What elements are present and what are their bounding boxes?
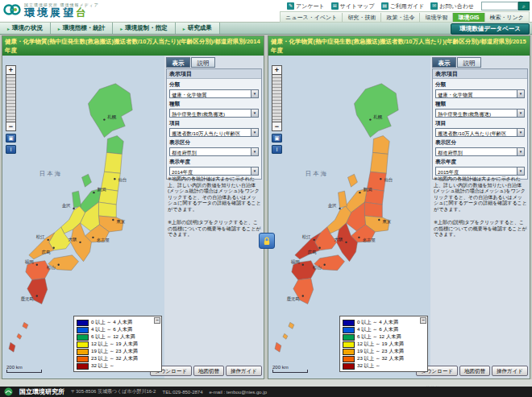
field-value: 搬送者数/10万人当たり(年齢区	[438, 130, 516, 137]
region-kanto-north[interactable]	[364, 202, 382, 217]
city-dot	[112, 219, 114, 221]
map-usage-note: ※地図内の各統計値は大まかに示された上、詳しい内訳の数値を知りたい自治体(メッシ…	[168, 176, 261, 213]
zoom-out-button[interactable]: −	[272, 122, 282, 131]
item-select[interactable]: 搬送者数/10万人当たり(年齢区▼	[169, 128, 259, 137]
division-select[interactable]: 都道府県別▼	[169, 147, 259, 156]
nav-env-gis[interactable]: 環境GIS	[452, 13, 484, 22]
field-label-division: 表示区分	[435, 139, 527, 147]
city-dot	[369, 118, 371, 120]
operation-guide-button[interactable]: 操作ガイド	[226, 366, 262, 376]
binoculars-logo-icon	[3, 2, 21, 19]
tab-label: 環境規制・指定	[125, 24, 168, 32]
region-sado[interactable]	[82, 174, 92, 187]
region-okinawa-island[interactable]	[23, 322, 28, 329]
type-select[interactable]: 熱中症発生数(救急搬送)▼	[169, 109, 259, 118]
region-okinawa-island[interactable]	[283, 333, 288, 339]
region-okinawa-island[interactable]	[275, 342, 281, 352]
type-select[interactable]: 熱中症発生数(救急搬送)▼	[435, 109, 525, 118]
region-noto[interactable]	[339, 191, 347, 208]
full-extent-button[interactable]: ▣	[6, 134, 16, 143]
city-label: 福岡	[25, 259, 34, 265]
search-input[interactable]	[481, 2, 518, 10]
chevron-down-icon: ▼	[517, 90, 524, 97]
year-select[interactable]: 2014年度▼	[169, 167, 259, 176]
field-label-type: 種類	[435, 101, 527, 108]
field-value: 2014年度	[172, 168, 250, 176]
region-kanto-north[interactable]	[98, 202, 116, 217]
footer-org-link[interactable]: 国立環境研究所	[19, 387, 64, 396]
region-sado[interactable]	[348, 174, 358, 187]
item-select[interactable]: 搬送者数/10万人当たり(年齢区▼	[435, 128, 525, 137]
region-iwate-akita[interactable]	[370, 152, 388, 173]
zoom-slider[interactable]	[6, 75, 16, 122]
operation-guide-button[interactable]: 操作ガイド	[492, 366, 528, 376]
utility-link-guide[interactable]: ▤ご利用ガイド	[381, 2, 425, 10]
map-panel-2015: 健康・化学物質(熱中症発生数(救急搬送)搬送者数/10万人当たり)(年齢区分別)…	[268, 35, 530, 379]
panel-title: 健康・化学物質(熱中症発生数(救急搬送)搬送者数/10万人当たり)(年齢区分別)…	[268, 36, 530, 56]
tab-description[interactable]: 説明	[191, 57, 215, 68]
division-select[interactable]: 都道府県別▼	[435, 147, 525, 156]
region-hokkaido[interactable]	[88, 84, 132, 138]
nav-learning[interactable]: 環境学習	[419, 13, 452, 22]
tab-description[interactable]: 説明	[457, 57, 481, 68]
city-dot	[114, 178, 115, 180]
prefooter: 著作権・リンク プライバシーポリシー	[0, 379, 532, 387]
region-iwate-akita[interactable]	[104, 152, 122, 173]
panel-buttons: ダウンロード 地図切替 操作ガイド	[416, 366, 528, 376]
legend-collapse-button[interactable]: −	[154, 317, 160, 324]
region-okinawa-island[interactable]	[289, 322, 294, 329]
category-select[interactable]: 健康・化学物質▼	[435, 89, 525, 98]
site-logo[interactable]: 国立環境研究所 環境情報メディア 環境展望台	[3, 2, 99, 19]
city-label: 松江	[36, 234, 45, 240]
zoom-slider[interactable]	[272, 75, 282, 122]
tab-display[interactable]: 表示	[432, 57, 456, 68]
legend-row: 32 以上 ～	[77, 362, 160, 370]
tab-env-statistics[interactable]: ▸環境指標・統計	[51, 23, 114, 34]
nav-news[interactable]: ニュース・イベント	[281, 13, 342, 22]
nav-links[interactable]: 検索・リンク	[484, 13, 530, 22]
city-dot	[92, 237, 94, 238]
scale-bar: 200 km	[6, 365, 42, 373]
info-tool-button[interactable]: i	[6, 145, 16, 154]
region-aomori[interactable]	[106, 136, 123, 155]
search-icon: ⌕	[522, 3, 526, 9]
nav-research[interactable]: 研究・技術	[342, 13, 380, 22]
region-okinawa-island[interactable]	[17, 333, 22, 339]
footer-email[interactable]: e-mail : tenbou@nies.go.jp	[210, 390, 267, 395]
info-tool-button[interactable]: i	[272, 145, 282, 154]
category-select[interactable]: 健康・化学物質▼	[169, 89, 259, 98]
triangle-icon: ▸	[120, 26, 123, 31]
tab-env-regulation[interactable]: ▸環境規制・指定	[113, 23, 176, 34]
env-database-button[interactable]: 環境数値データベース	[451, 23, 530, 35]
year-select[interactable]: 2015年度▼	[435, 167, 525, 176]
tab-research-results[interactable]: ▸研究成果	[176, 23, 220, 34]
legend-row: 12 以上 ～ 19 人未満	[343, 341, 426, 348]
region-noto[interactable]	[73, 191, 81, 208]
tab-display[interactable]: 表示	[166, 57, 190, 68]
map-switch-button[interactable]: 地図切替	[193, 366, 224, 376]
region-hokkaido[interactable]	[354, 84, 398, 138]
tab-label: 環境の状況	[12, 24, 43, 32]
full-extent-button[interactable]: ▣	[272, 134, 282, 143]
city-label: 広島	[307, 250, 317, 255]
utility-link-sitemap[interactable]: ⊞サイトマップ	[331, 2, 375, 10]
zoom-in-button[interactable]: +	[272, 65, 282, 75]
tab-env-status[interactable]: ▸環境の状況	[0, 23, 51, 34]
site-header: 国立環境研究所 環境情報メディア 環境展望台 ✎アンケート ⊞サイトマップ ▤ご…	[0, 0, 532, 23]
nav-policy[interactable]: 政策・法令	[380, 13, 419, 22]
zoom-in-button[interactable]: +	[6, 65, 16, 75]
region-aomori[interactable]	[372, 136, 389, 155]
search-button[interactable]: ⌕	[518, 2, 530, 10]
sync-lock-button[interactable]	[259, 233, 275, 249]
utility-link-contact[interactable]: ✉お問い合わせ	[430, 2, 474, 10]
zoom-out-button[interactable]: −	[6, 122, 16, 131]
legend-collapse-button[interactable]: −	[420, 317, 426, 324]
utility-link-enquete[interactable]: ✎アンケート	[287, 2, 325, 10]
triangle-icon: ▸	[58, 26, 60, 31]
legend-label: 12 以上 ～ 19 人未満	[357, 341, 404, 348]
map-switch-button[interactable]: 地図切替	[459, 366, 490, 376]
zoom-control: + − ▣ i	[6, 65, 16, 154]
region-okinawa-island[interactable]	[9, 342, 15, 352]
city-dot	[378, 219, 380, 221]
site-footer: 国立環境研究所 〒305-8506 茨城県つくば市小野川16-2 TEL:029…	[0, 387, 532, 397]
